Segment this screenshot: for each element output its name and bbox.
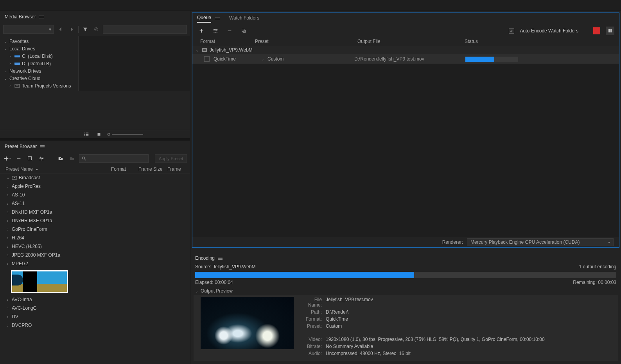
renderer-bar: Renderer: Mercury Playback Engine GPU Ac… bbox=[192, 237, 619, 247]
queue-row-checkbox[interactable] bbox=[204, 56, 210, 62]
queue-menu-icon[interactable] bbox=[215, 18, 220, 20]
nav-back-icon[interactable] bbox=[56, 25, 65, 34]
tab-queue[interactable]: Queue bbox=[197, 15, 211, 23]
queue-output-path[interactable]: D:\Render\Jellyfish_VP9 test.mov bbox=[354, 56, 461, 62]
tree-network-drives[interactable]: ⌄Network Drives bbox=[0, 67, 78, 75]
tab-watch-folders[interactable]: Watch Folders bbox=[229, 15, 259, 22]
svg-rect-35 bbox=[228, 30, 232, 31]
preset-item[interactable]: ›DVCPRO bbox=[0, 321, 190, 330]
media-browser-menu-icon[interactable] bbox=[39, 16, 44, 18]
preset-search-input[interactable] bbox=[79, 154, 149, 163]
renderer-dropdown[interactable]: Mercury Playback Engine GPU Acceleration… bbox=[467, 238, 614, 246]
sort-asc-icon[interactable]: ▲ bbox=[35, 167, 39, 171]
new-group-icon[interactable] bbox=[26, 154, 34, 163]
auto-encode-label: Auto-Encode Watch Folders bbox=[520, 28, 578, 34]
nav-forward-icon[interactable] bbox=[67, 25, 76, 34]
zoom-slider[interactable] bbox=[107, 133, 143, 136]
svg-point-17 bbox=[108, 133, 110, 136]
preset-item[interactable]: ›DV bbox=[0, 312, 190, 321]
encoding-menu-icon[interactable] bbox=[218, 257, 223, 260]
preset-browser-title: Preset Browser bbox=[5, 144, 37, 149]
preset-item[interactable]: ›MPEG2 bbox=[0, 259, 190, 268]
preset-item[interactable]: ›DNxHD MXF OP1a bbox=[0, 208, 190, 216]
detail-video: 1920x1080 (1.0), 30 fps, Progressive, 20… bbox=[326, 337, 545, 342]
svg-rect-39 bbox=[610, 29, 612, 32]
detail-preset: Custom bbox=[326, 323, 342, 329]
tree-creative-cloud[interactable]: ⌄Creative Cloud bbox=[0, 75, 78, 82]
team-projects-icon bbox=[14, 84, 20, 88]
list-view-icon[interactable] bbox=[82, 130, 91, 139]
svg-rect-14 bbox=[84, 135, 85, 136]
preset-item[interactable]: ›HEVC (H.265) bbox=[0, 242, 190, 251]
media-search-input[interactable] bbox=[103, 25, 187, 34]
thumbnail-view-icon[interactable] bbox=[95, 130, 103, 139]
preset-item[interactable]: ›Apple ProRes bbox=[0, 182, 190, 191]
export-preset-icon[interactable] bbox=[68, 154, 76, 163]
remove-preset-icon[interactable] bbox=[14, 154, 23, 163]
preset-item[interactable]: ›AS-10 bbox=[0, 191, 190, 199]
pause-queue-button[interactable] bbox=[606, 27, 614, 35]
preset-settings-icon[interactable] bbox=[37, 154, 45, 163]
preset-group-broadcast[interactable]: ⌄Broadcast bbox=[0, 173, 190, 182]
tree-local-drives[interactable]: ⌄Local Drives bbox=[0, 45, 78, 52]
svg-point-32 bbox=[214, 29, 215, 30]
svg-rect-9 bbox=[16, 86, 18, 86]
media-tree: ⌄Favorites ⌄Local Drives ›C: (Local Disk… bbox=[0, 36, 190, 130]
ingest-icon[interactable] bbox=[92, 25, 101, 34]
apply-preset-button[interactable]: Apply Preset bbox=[155, 154, 187, 163]
preset-item[interactable]: ›DNxHR MXF OP1a bbox=[0, 216, 190, 225]
svg-point-0 bbox=[95, 28, 98, 31]
broadcast-icon bbox=[12, 175, 17, 180]
svg-point-26 bbox=[83, 157, 85, 159]
encoding-panel: Encoding Source: Jellyfish_VP9.WebM 1 ou… bbox=[190, 249, 621, 364]
preset-item[interactable]: ›AVC-LongG bbox=[0, 304, 190, 312]
detail-path: D:\Render\ bbox=[326, 309, 348, 315]
detail-audio: Uncompressed, 48000 Hz, Stereo, 16 bit bbox=[326, 351, 411, 356]
media-browser-footer bbox=[0, 130, 190, 138]
preset-item[interactable]: ›AVC-Intra bbox=[0, 295, 190, 304]
svg-rect-38 bbox=[608, 29, 610, 32]
preset-thumbnail[interactable] bbox=[11, 270, 68, 293]
drive-icon bbox=[14, 54, 20, 59]
preset-item[interactable]: ›H.264 bbox=[0, 234, 190, 242]
queue-toolbar: Auto-Encode Watch Folders bbox=[192, 25, 619, 37]
remove-source-icon[interactable] bbox=[225, 27, 234, 35]
preset-item[interactable]: ›JPEG 2000 MXF OP1a bbox=[0, 251, 190, 259]
svg-point-33 bbox=[215, 30, 217, 32]
import-preset-icon[interactable] bbox=[56, 154, 65, 163]
queue-list: ⌄ Jellyfish_VP9.WebM QuickTime ⌄Custom D… bbox=[192, 46, 619, 237]
encoding-output-count: 1 output encoding bbox=[579, 264, 616, 269]
queue-preset-dropdown[interactable]: ⌄Custom bbox=[260, 56, 350, 62]
queue-output-row[interactable]: QuickTime ⌄Custom D:\Render\Jellyfish_VP… bbox=[192, 54, 619, 64]
svg-point-34 bbox=[215, 32, 216, 33]
preset-browser-menu-icon[interactable] bbox=[40, 145, 45, 148]
filter-icon[interactable] bbox=[81, 25, 90, 34]
add-source-icon[interactable] bbox=[197, 27, 206, 35]
tree-drive-d[interactable]: ›D: (Dorni4TB) bbox=[0, 60, 78, 67]
queue-source-row[interactable]: ⌄ Jellyfish_VP9.WebM bbox=[192, 46, 619, 54]
queue-row-status bbox=[465, 57, 617, 62]
duplicate-icon[interactable] bbox=[239, 27, 248, 35]
preset-item[interactable]: ›GoPro CineForm bbox=[0, 225, 190, 234]
tree-team-projects[interactable]: ›Team Projects Versions bbox=[0, 82, 78, 89]
svg-rect-5 bbox=[14, 55, 20, 56]
stop-queue-button[interactable] bbox=[593, 27, 600, 34]
preset-tree[interactable]: ⌄Broadcast ›Apple ProRes ›AS-10 ›AS-11 ›… bbox=[0, 173, 190, 364]
add-preset-icon[interactable]: ▾ bbox=[3, 154, 11, 163]
tree-favorites[interactable]: ⌄Favorites bbox=[0, 37, 78, 45]
svg-rect-13 bbox=[86, 134, 88, 135]
svg-point-1 bbox=[95, 29, 97, 30]
output-preview-toggle[interactable]: ⌄Output Preview bbox=[190, 287, 621, 295]
encoding-title: Encoding bbox=[195, 255, 215, 261]
auto-encode-checkbox[interactable] bbox=[509, 28, 514, 34]
svg-rect-16 bbox=[98, 133, 101, 136]
detail-format: QuickTime bbox=[326, 316, 348, 322]
preset-item[interactable]: ›AS-11 bbox=[0, 199, 190, 208]
queue-tabs: Queue Watch Folders bbox=[192, 13, 619, 25]
svg-rect-7 bbox=[14, 62, 20, 63]
queue-settings-icon[interactable] bbox=[211, 27, 220, 35]
queue-format-dropdown[interactable]: QuickTime bbox=[214, 56, 257, 62]
detail-bitrate: No Summary Available bbox=[326, 344, 373, 349]
media-recent-dropdown[interactable]: ▾ bbox=[3, 25, 54, 34]
tree-drive-c[interactable]: ›C: (Local Disk) bbox=[0, 52, 78, 60]
